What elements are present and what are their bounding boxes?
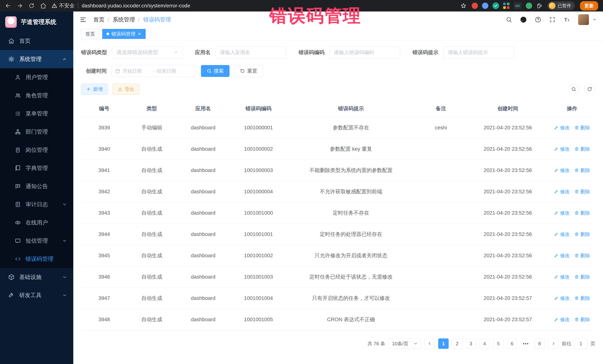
page-size-select[interactable]: 10条/页 (389, 338, 421, 349)
sidebar-item-infrastructure[interactable]: 基础设施 (0, 268, 73, 286)
sidebar-item-system[interactable]: 系统管理 (0, 50, 73, 68)
close-tab-icon[interactable] (138, 32, 141, 36)
browser-update-button[interactable]: 更新 (580, 1, 598, 11)
export-button[interactable]: 导出 (113, 84, 139, 95)
address-divider (78, 3, 78, 9)
reset-button[interactable]: 重置 (234, 65, 263, 77)
next-page-button[interactable] (548, 338, 558, 349)
delete-link[interactable]: 删除 (574, 210, 590, 216)
profile-chip[interactable]: 已暂停 (547, 1, 575, 10)
edit-link[interactable]: 修改 (554, 167, 570, 174)
edit-link[interactable]: 修改 (554, 274, 570, 280)
refresh-table-icon-button[interactable] (584, 84, 595, 95)
page-button-4[interactable]: 4 (479, 338, 490, 349)
extension-check-icon[interactable] (492, 2, 499, 9)
delete-link[interactable]: 删除 (574, 274, 590, 280)
cell-remark (415, 288, 467, 309)
font-size-icon[interactable]: TT (563, 16, 570, 23)
sidebar-item-menus[interactable]: 菜单管理 (0, 105, 73, 123)
sidebar-item-sms[interactable]: 短信管理 (0, 232, 73, 250)
back-icon[interactable] (5, 3, 11, 9)
trash-icon (574, 296, 579, 300)
date-range-picker[interactable]: - (112, 65, 195, 77)
error-tip-input[interactable] (443, 46, 514, 58)
edit-link[interactable]: 修改 (554, 188, 570, 195)
edit-link[interactable]: 修改 (554, 316, 570, 323)
delete-link[interactable]: 删除 (574, 295, 590, 302)
edit-link[interactable]: 修改 (554, 231, 570, 238)
page-button-8[interactable]: 8 (534, 338, 545, 349)
error-type-select[interactable]: 请选择错误码类型 (112, 46, 183, 58)
home-icon[interactable] (40, 3, 46, 9)
help-icon[interactable] (535, 16, 541, 23)
sidebar-item-dev-tools[interactable]: 研发工具 (0, 286, 73, 304)
sidebar-item-notices[interactable]: 通知公告 (0, 177, 73, 195)
delete-link[interactable]: 删除 (574, 167, 590, 174)
extension-icon-red[interactable] (472, 3, 478, 9)
page-button-2[interactable]: 2 (452, 338, 462, 349)
breadcrumb-system[interactable]: 系统管理 (113, 16, 135, 23)
page-button-1[interactable]: 1 (438, 338, 449, 349)
cell-id: 3948 (81, 309, 127, 330)
caret-down-icon[interactable] (593, 18, 597, 22)
tab-home[interactable]: 首页 (81, 29, 99, 39)
delete-link[interactable]: 删除 (574, 146, 590, 152)
sidebar-item-error-codes[interactable]: 错误码管理 (0, 250, 73, 268)
extension-grid-icon[interactable] (503, 3, 510, 9)
delete-link[interactable]: 删除 (574, 316, 590, 323)
active-tab-dot (106, 33, 109, 35)
app-name-input[interactable] (215, 46, 286, 58)
github-icon[interactable] (520, 16, 527, 23)
start-date-input[interactable] (122, 68, 151, 74)
page-button-3[interactable]: 3 (466, 338, 476, 349)
tab-error-codes[interactable]: 错误码管理 (102, 29, 146, 39)
error-code-input[interactable] (329, 46, 400, 58)
breadcrumb-home[interactable]: 首页 (93, 16, 104, 23)
page-button-5[interactable]: 5 (493, 338, 504, 349)
extensions-puzzle-icon[interactable] (536, 3, 542, 9)
sidebar-item-online-users[interactable]: 在线用户 (0, 213, 73, 232)
refresh-icon[interactable] (29, 3, 35, 9)
security-indicator[interactable]: 不安全 (52, 2, 75, 9)
toggle-search-icon-button[interactable] (568, 84, 579, 95)
sidebar-item-audit-log[interactable]: 审计日志 (0, 195, 73, 213)
page-ellipsis[interactable]: ••• (521, 338, 531, 349)
delete-link[interactable]: 删除 (574, 188, 590, 195)
sidebar-item-users[interactable]: 用户管理 (0, 68, 73, 86)
address-bar[interactable]: 不安全 dashboard.yudao.iocoder.cn/system/er… (52, 2, 466, 9)
sidebar-item-roles[interactable]: 角色管理 (0, 86, 73, 105)
trash-icon (574, 211, 579, 215)
edit-link[interactable]: 修改 (554, 146, 570, 152)
sidebar-item-home[interactable]: 首页 (0, 32, 73, 50)
edit-link[interactable]: 修改 (554, 253, 570, 259)
edit-link[interactable]: 修改 (554, 210, 570, 216)
edit-link[interactable]: 修改 (554, 124, 570, 131)
cell-remark (415, 309, 467, 330)
forward-icon[interactable] (17, 3, 23, 9)
goto-page-input[interactable] (574, 338, 588, 349)
calendar-icon (115, 68, 120, 74)
fullscreen-icon[interactable] (549, 16, 556, 23)
search-button[interactable]: 搜索 (201, 65, 230, 77)
extension-icon-green[interactable] (526, 3, 532, 9)
end-date-input[interactable] (156, 68, 185, 74)
delete-link[interactable]: 删除 (574, 124, 590, 131)
trash-icon (574, 125, 579, 130)
delete-link[interactable]: 删除 (574, 253, 590, 259)
sidebar-item-dictionary[interactable]: 字典管理 (0, 159, 73, 177)
prev-page-button[interactable] (425, 338, 435, 349)
sidebar-item-departments[interactable]: 部门管理 (0, 123, 73, 141)
page-button-6[interactable]: 6 (507, 338, 517, 349)
extension-badge[interactable]: on (514, 2, 522, 9)
user-avatar[interactable] (578, 14, 589, 25)
app-logo[interactable]: 芋道管理系统 (0, 11, 73, 32)
delete-link[interactable]: 删除 (574, 231, 590, 238)
search-icon[interactable] (506, 16, 512, 23)
collapse-sidebar-icon[interactable] (80, 16, 87, 23)
bookmark-star-icon[interactable] (461, 3, 466, 9)
add-button[interactable]: 新增 (81, 84, 108, 95)
edit-link[interactable]: 修改 (554, 295, 570, 302)
sidebar-item-posts[interactable]: 岗位管理 (0, 141, 73, 159)
extension-icon-blue[interactable] (482, 3, 488, 9)
cell-tip: 定时任务已经处于该状态，无需修改 (287, 266, 415, 288)
